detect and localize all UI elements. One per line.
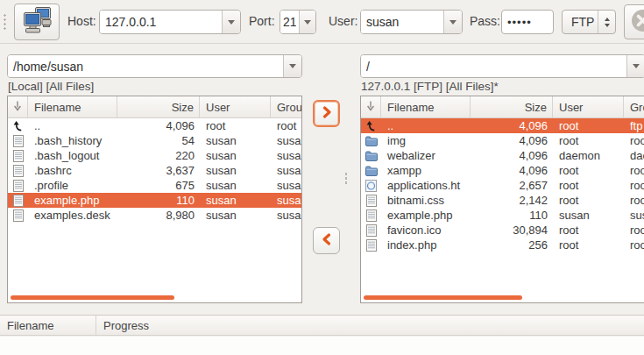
filename-column-header[interactable]: Filename (381, 96, 471, 117)
chevron-left-icon (320, 232, 334, 249)
group-column-header[interactable]: Group (624, 96, 644, 117)
file-row[interactable]: bitnami.css2,142rootroot (361, 193, 644, 208)
remote-pane-status: 127.0.0.1 [FTP] [All Files]* (361, 80, 499, 93)
file-row[interactable]: webalizer4,096daemondaemon (361, 148, 644, 163)
file-name: .bashrc (28, 163, 117, 178)
file-row[interactable]: .bash_history54susansusan (8, 133, 301, 148)
local-horizontal-scrollbar[interactable] (11, 295, 174, 300)
file-group: root (624, 223, 644, 238)
file-row[interactable]: .bash_logout220susansusan (8, 148, 301, 163)
local-file-list-body: ..4,096rootroot.bash_history54susansusan… (8, 118, 301, 223)
file-size: 4,096 (117, 118, 200, 133)
user-column-header[interactable]: User (553, 96, 624, 117)
file-name: .profile (28, 178, 117, 193)
file-size: 675 (117, 178, 200, 193)
file-name: index.php (381, 238, 471, 252)
connection-toolbar: Host: Port: User: Pass: FTP (0, 0, 644, 44)
local-pane-status: [Local] [All Files] (8, 80, 94, 93)
chevron-down-icon (633, 64, 640, 68)
file-row[interactable]: index.php256rootroot (361, 238, 644, 252)
host-dropdown-button[interactable] (222, 11, 240, 33)
file-group: susan (271, 193, 301, 208)
file-icon (8, 178, 28, 193)
file-group: root (624, 133, 644, 148)
file-size: 3,637 (117, 163, 200, 178)
file-row[interactable]: xampp4,096rootroot (361, 163, 644, 178)
file-icon (8, 133, 28, 148)
pane-splitter-handle[interactable] (344, 172, 348, 184)
file-row[interactable]: examples.desk8,980susansusan (8, 208, 301, 223)
chevron-down-icon (228, 20, 235, 25)
file-row[interactable]: applications.ht2,657rootroot (361, 178, 644, 193)
file-group: daemon (624, 148, 644, 163)
file-group: susan (271, 133, 301, 148)
file-group: susan (271, 163, 301, 178)
port-dropdown-button[interactable] (299, 11, 315, 33)
chevron-down-icon (289, 64, 296, 68)
file-group: root (624, 193, 644, 208)
file-name: .. (28, 118, 117, 133)
remote-file-list: Filename Size User Group ..4,096rootftpi… (360, 96, 644, 303)
host-input[interactable] (100, 11, 222, 33)
filename-column-header[interactable]: Filename (28, 96, 117, 117)
stop-x-icon (631, 9, 644, 35)
spinner-up-icon (605, 18, 610, 21)
file-user: root (553, 163, 624, 178)
file-group: ftp (624, 118, 644, 133)
protocol-value: FTP (563, 11, 598, 33)
folder-icon (361, 133, 381, 148)
file-user: susan (200, 148, 271, 163)
file-row[interactable]: .profile675susansusan (8, 178, 301, 193)
remote-horizontal-scrollbar[interactable] (364, 295, 522, 300)
file-group: root (624, 178, 644, 193)
file-row[interactable]: ..4,096rootftp (361, 118, 644, 133)
transfer-queue-header: Filename Progress (0, 315, 644, 336)
file-row[interactable]: .bashrc3,637susansusan (8, 163, 301, 178)
stop-button[interactable] (624, 4, 644, 39)
up-dir-icon (361, 118, 381, 133)
file-icon (361, 208, 381, 223)
toolbar-drag-handle[interactable] (3, 13, 7, 31)
file-name: xampp (381, 163, 471, 178)
transfer-filename-column-header[interactable]: Filename (0, 316, 96, 335)
user-input[interactable] (361, 11, 443, 33)
transfer-to-local-button[interactable] (313, 227, 340, 254)
password-input[interactable] (501, 10, 554, 34)
file-size: 220 (117, 148, 200, 163)
local-path-input[interactable] (8, 55, 283, 77)
size-column-header[interactable]: Size (117, 96, 200, 117)
sort-column-header[interactable] (361, 96, 381, 117)
sort-column-header[interactable] (8, 96, 28, 117)
local-path-dropdown-button[interactable] (283, 55, 301, 77)
file-row[interactable]: example.php110susansusan (8, 193, 301, 208)
remote-path-input[interactable] (361, 55, 626, 77)
size-column-header[interactable]: Size (471, 96, 553, 117)
port-input[interactable] (280, 11, 299, 33)
remote-path-dropdown-button[interactable] (626, 55, 644, 77)
file-row[interactable]: img4,096rootroot (361, 133, 644, 148)
chevron-right-icon (320, 105, 334, 122)
protocol-selector[interactable]: FTP (562, 10, 616, 34)
transfer-progress-column-header[interactable]: Progress (96, 316, 644, 335)
file-group: susan (271, 208, 301, 223)
file-user: root (553, 178, 624, 193)
file-user: susan (200, 163, 271, 178)
file-row[interactable]: ..4,096rootroot (8, 118, 301, 133)
user-dropdown-button[interactable] (443, 11, 462, 33)
file-row[interactable]: favicon.ico30,894rootroot (361, 223, 644, 238)
transfer-to-remote-button[interactable] (313, 100, 340, 127)
connect-button[interactable] (14, 4, 60, 40)
file-user: susan (200, 178, 271, 193)
protocol-spinner[interactable] (598, 11, 615, 33)
group-column-header[interactable]: Group (271, 96, 301, 117)
file-row[interactable]: example.php110susansusan (361, 208, 644, 223)
file-name: favicon.ico (381, 223, 471, 238)
local-file-list: Filename Size User Group ..4,096rootroot… (7, 96, 302, 303)
user-column-header[interactable]: User (200, 96, 271, 117)
port-combo (280, 10, 316, 34)
file-size: 4,096 (471, 133, 553, 148)
file-size: 8,980 (117, 208, 200, 223)
file-name: .bash_logout (28, 148, 117, 163)
file-size: 110 (117, 193, 200, 208)
file-name: example.php (381, 208, 471, 223)
